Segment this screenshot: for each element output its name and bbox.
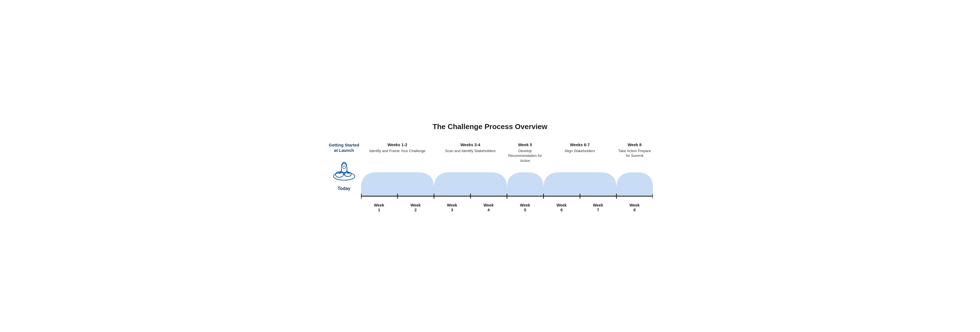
page-title: The Challenge Process Overview — [327, 122, 653, 131]
phase-desc-0: Identify and Frame Your Challenge — [369, 148, 425, 154]
chart-area: Getting Started at Launch T — [327, 142, 653, 213]
rocket-icon — [331, 157, 357, 181]
getting-started-label: Getting Started at Launch — [327, 142, 361, 153]
week-text-6: Week — [557, 203, 566, 208]
phase-title-2: Week 5 — [518, 142, 532, 148]
phase-block-3: Weeks 6-7Align Stakeholders — [544, 142, 616, 156]
phase-block-4: Week 8Take Action Prepare for Summit — [616, 142, 653, 160]
phase-title-1: Weeks 3-4 — [460, 142, 480, 148]
arches-svg — [361, 168, 653, 202]
timeline-section: Weeks 1-2Identify and Frame Your Challen… — [361, 142, 653, 213]
phases-row: Weeks 1-2Identify and Frame Your Challen… — [361, 142, 653, 165]
week-label-3: Week3 — [434, 203, 471, 213]
week-num-2: 2 — [415, 208, 417, 213]
week-text-8: Week — [629, 203, 640, 208]
week-num-8: 8 — [633, 208, 636, 213]
phase-desc-2: Develop Recommendation for Action — [507, 148, 544, 163]
week-text-7: Week — [593, 203, 603, 208]
week-label-8: Week8 — [616, 203, 653, 213]
arches-row — [361, 168, 653, 202]
week-num-4: 4 — [488, 208, 490, 213]
phase-title-3: Weeks 6-7 — [570, 142, 590, 148]
week-text-3: Week — [447, 203, 457, 208]
week-label-6: Week6 — [544, 203, 580, 213]
phase-desc-3: Align Stakeholders — [565, 148, 595, 154]
week-label-2: Week2 — [398, 203, 434, 213]
phase-title-4: Week 8 — [628, 142, 642, 148]
phase-desc-1: Scan and Identify Stakeholders — [445, 148, 496, 154]
week-num-1: 1 — [378, 208, 380, 213]
week-label-4: Week4 — [471, 203, 507, 213]
week-label-7: Week7 — [580, 203, 616, 213]
week-text-5: Week — [520, 203, 530, 208]
week-text-2: Week — [410, 203, 420, 208]
phase-title-0: Weeks 1-2 — [387, 142, 407, 148]
week-num-3: 3 — [451, 208, 453, 213]
phase-block-1: Weeks 3-4Scan and Identify Stakeholders — [434, 142, 507, 156]
week-text-4: Week — [484, 203, 493, 208]
phase-block-2: Week 5Develop Recommendation for Action — [507, 142, 544, 165]
weeks-row: Week1Week2Week3Week4Week5Week6Week7Week8 — [361, 203, 653, 213]
phase-desc-4: Take Action Prepare for Summit — [616, 148, 653, 158]
phase-block-0: Weeks 1-2Identify and Frame Your Challen… — [361, 142, 434, 156]
week-num-5: 5 — [524, 208, 527, 213]
left-section: Getting Started at Launch T — [327, 142, 361, 191]
week-num-7: 7 — [597, 208, 599, 213]
week-text-1: Week — [374, 203, 384, 208]
week-label-1: Week1 — [361, 203, 398, 213]
svg-point-4 — [343, 166, 345, 169]
today-label: Today — [338, 186, 351, 191]
page-wrapper: The Challenge Process Overview Getting S… — [322, 111, 659, 221]
week-label-5: Week5 — [507, 203, 544, 213]
week-num-6: 6 — [561, 208, 563, 213]
